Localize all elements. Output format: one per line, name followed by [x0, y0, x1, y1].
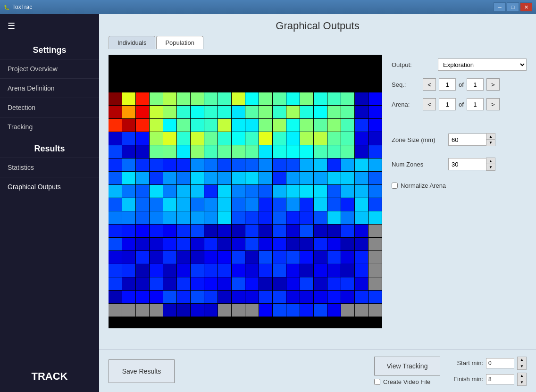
sidebar-item-arena-definition[interactable]: Arena Definition: [0, 78, 99, 98]
track-button[interactable]: TRACK: [0, 361, 99, 392]
window-controls: ─ □ ✕: [494, 2, 532, 12]
num-zones-spinbox: ▲ ▼: [448, 158, 495, 171]
tab-individuals[interactable]: Individuals: [109, 36, 155, 49]
sidebar-item-detection[interactable]: Detection: [0, 98, 99, 117]
arena-current: 1: [439, 98, 456, 110]
create-video-label[interactable]: Create Video File: [383, 378, 430, 385]
seq-current: 1: [439, 78, 456, 91]
output-label: Output:: [392, 61, 434, 68]
zone-size-spin-buttons: ▲ ▼: [486, 133, 495, 146]
tab-population[interactable]: Population: [156, 36, 203, 49]
video-controls: View Tracking Create Video File: [374, 357, 440, 385]
sidebar: ☰ Settings Project Overview Arena Defini…: [0, 14, 99, 392]
start-min-spin-buttons: ▲ ▼: [517, 357, 527, 370]
sidebar-item-statistics[interactable]: Statistics: [0, 158, 99, 177]
minimize-button[interactable]: ─: [494, 2, 506, 12]
zone-size-input[interactable]: [448, 133, 486, 146]
start-min-row: Start min: ▲ ▼: [448, 357, 527, 370]
close-button[interactable]: ✕: [520, 2, 532, 12]
app-container: ☰ Settings Project Overview Arena Defini…: [0, 14, 536, 392]
start-min-label: Start min:: [448, 359, 483, 367]
visualization-row: Output: Exploration Distance Velocity He…: [99, 49, 536, 350]
app-title: ToxTrac: [12, 4, 494, 10]
tab-bar: Individuals Population: [99, 36, 536, 49]
finish-min-down-button[interactable]: ▼: [518, 379, 526, 385]
finish-min-input[interactable]: [486, 374, 514, 384]
start-min-up-button[interactable]: ▲: [518, 357, 526, 363]
normalize-arena-row: Normalize Arena: [392, 182, 527, 189]
zone-size-spinbox: ▲ ▼: [448, 133, 495, 146]
num-zones-down-button[interactable]: ▼: [486, 164, 495, 170]
num-zones-label: Num Zones: [392, 161, 448, 168]
normalize-arena-checkbox[interactable]: [392, 183, 398, 189]
title-bar: 🐛 ToxTrac ─ □ ✕: [0, 0, 536, 14]
seq-total: 1: [467, 78, 484, 91]
arena-label: Arena:: [392, 101, 420, 108]
zone-size-down-button[interactable]: ▼: [486, 140, 495, 146]
finish-min-spin-buttons: ▲ ▼: [517, 373, 527, 386]
normalize-arena-label[interactable]: Normalize Arena: [401, 182, 446, 189]
arena-prev-button[interactable]: <: [423, 98, 436, 110]
output-row: Output: Exploration Distance Velocity He…: [392, 58, 527, 71]
zone-size-up-button[interactable]: ▲: [486, 133, 495, 140]
settings-section-label: Settings: [0, 38, 99, 59]
menu-button[interactable]: ☰: [0, 14, 99, 38]
zone-size-row: Zone Size (mm) ▲ ▼: [392, 133, 527, 146]
arena-total: 1: [467, 98, 484, 110]
app-icon: 🐛: [4, 5, 9, 10]
heatmap-container: [109, 55, 382, 328]
sidebar-item-tracking[interactable]: Tracking: [0, 117, 99, 136]
view-tracking-button[interactable]: View Tracking: [374, 357, 440, 375]
seq-prev-button[interactable]: <: [423, 78, 436, 91]
start-min-down-button[interactable]: ▼: [518, 363, 526, 369]
seq-nav-row: Seq.: < 1 of 1 >: [392, 78, 527, 91]
seq-next-button[interactable]: >: [486, 78, 500, 91]
maximize-button[interactable]: □: [507, 2, 519, 12]
finish-min-label: Finish min:: [448, 375, 483, 383]
create-video-checkbox[interactable]: [374, 379, 380, 385]
page-title: Graphical Outputs: [99, 14, 536, 36]
controls-panel: Output: Exploration Distance Velocity He…: [392, 55, 527, 344]
seq-label: Seq.:: [392, 81, 420, 88]
zone-size-label: Zone Size (mm): [392, 136, 448, 143]
seq-of: of: [459, 81, 464, 88]
min-controls: Start min: ▲ ▼ Finish min: ▲ ▼: [448, 357, 527, 386]
heatmap-canvas: [109, 55, 382, 328]
output-select[interactable]: Exploration Distance Velocity Heatmap: [438, 58, 527, 71]
num-zones-spin-buttons: ▲ ▼: [486, 158, 495, 171]
num-zones-input[interactable]: [448, 158, 486, 170]
results-section-label: Results: [0, 136, 99, 158]
bottom-right: View Tracking Create Video File Start mi…: [374, 357, 527, 386]
finish-min-up-button[interactable]: ▲: [518, 373, 526, 379]
sidebar-item-graphical-outputs[interactable]: Graphical Outputs: [0, 177, 99, 196]
num-zones-up-button[interactable]: ▲: [486, 158, 495, 164]
sidebar-item-project-overview[interactable]: Project Overview: [0, 59, 99, 78]
arena-next-button[interactable]: >: [486, 98, 500, 110]
num-zones-row: Num Zones ▲ ▼: [392, 158, 527, 171]
arena-of: of: [459, 101, 464, 108]
main-content: Graphical Outputs Individuals Population…: [99, 14, 536, 392]
create-video-row: Create Video File: [374, 378, 440, 385]
save-results-button[interactable]: Save Results: [109, 359, 175, 383]
arena-nav-row: Arena: < 1 of 1 >: [392, 98, 527, 110]
start-min-input[interactable]: [486, 358, 514, 368]
finish-min-row: Finish min: ▲ ▼: [448, 373, 527, 386]
bottom-bar: Save Results View Tracking Create Video …: [99, 350, 536, 392]
